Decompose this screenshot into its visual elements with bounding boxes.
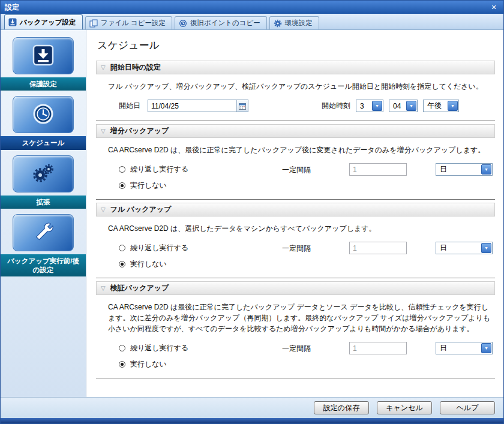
- tab-backup-settings[interactable]: バックアップ設定: [4, 14, 83, 29]
- backup-settings-icon: [8, 18, 17, 26]
- footer-bar: 設定の保存 キャンセル ヘルプ: [1, 397, 503, 418]
- none-radio-option[interactable]: 実行しない: [119, 259, 254, 269]
- repeat-radio-label: 繰り返し実行する: [130, 343, 188, 353]
- chevron-down-icon[interactable]: ▼: [481, 343, 491, 353]
- interval-label: 一定間隔: [282, 242, 349, 254]
- gears-icon: [13, 155, 74, 193]
- tab-label: 復旧ポイントのコピー: [190, 19, 260, 28]
- collapse-icon: ▽: [101, 64, 106, 71]
- page-title: スケジュール: [97, 38, 495, 52]
- radio-selected-icon[interactable]: [119, 361, 125, 368]
- start-date-input[interactable]: [148, 100, 236, 112]
- section-incremental-backup: ▽ 増分バックアップ CA ARCserve D2D は、最後に正常に完了したバ…: [96, 124, 495, 200]
- tab-file-copy-settings[interactable]: ファイル コピー設定: [85, 16, 172, 29]
- radio-selected-icon[interactable]: [119, 182, 125, 189]
- section-description: CA ARCserve D2D は、選択したデータをマシンからすべてバックアップ…: [108, 223, 493, 234]
- hour-select[interactable]: 3 ▼: [356, 100, 383, 112]
- sidebar-label: 保護設定: [1, 77, 86, 91]
- gear-icon: [274, 19, 282, 28]
- repeat-radio-option[interactable]: 繰り返し実行する: [119, 164, 254, 175]
- chevron-down-icon[interactable]: ▼: [481, 164, 491, 175]
- collapse-icon: ▽: [101, 285, 106, 291]
- section-verify-backup: ▽ 検証バックアップ CA ARCserve D2D は最後に正常に完了したバッ…: [96, 281, 495, 378]
- sidebar-label: スケジュール: [1, 136, 86, 149]
- none-radio-label: 実行しない: [130, 181, 167, 191]
- section-title: フル バックアップ: [110, 205, 172, 215]
- cancel-button[interactable]: キャンセル: [377, 401, 432, 414]
- wrench-icon: [13, 214, 74, 251]
- window-bottom-edge: [1, 418, 503, 423]
- main-content: スケジュール ▽ 開始日時の設定 フル バックアップ、増分バックアップ、検証バッ…: [86, 30, 503, 397]
- sidebar-label: バックアップ実行前/後の設定: [1, 254, 86, 276]
- settings-window: 設定 ✕ バックアップ設定 ファイル コピー設定 復旧ポイントのコピー: [0, 0, 504, 424]
- section-title: 増分バックアップ: [110, 126, 169, 136]
- collapse-icon: ▽: [101, 128, 106, 134]
- tab-strip: バックアップ設定 ファイル コピー設定 復旧ポイントのコピー 環境設定: [1, 14, 503, 30]
- sidebar-item-schedule[interactable]: スケジュール: [1, 96, 86, 149]
- none-radio-option[interactable]: 実行しない: [119, 359, 254, 369]
- ampm-select[interactable]: 午後 ▼: [423, 100, 459, 112]
- chevron-down-icon[interactable]: ▼: [481, 243, 491, 253]
- repeat-radio-option[interactable]: 繰り返し実行する: [119, 343, 254, 353]
- start-date-label: 開始日: [119, 101, 140, 111]
- calendar-icon[interactable]: [236, 100, 248, 112]
- save-settings-button[interactable]: 設定の保存: [314, 401, 369, 414]
- chevron-down-icon[interactable]: ▼: [406, 101, 416, 111]
- recovery-point-copy-icon: [179, 19, 187, 28]
- tab-label: ファイル コピー設定: [101, 19, 166, 28]
- radio-selected-icon[interactable]: [119, 261, 125, 267]
- repeat-radio-label: 繰り返し実行する: [130, 243, 188, 253]
- interval-label: 一定間隔: [282, 342, 349, 354]
- chevron-down-icon[interactable]: ▼: [372, 101, 382, 111]
- sidebar-item-pre-post-backup[interactable]: バックアップ実行前/後の設定: [1, 214, 86, 276]
- interval-unit-select[interactable]: 日 ▼: [436, 342, 493, 354]
- section-header-full[interactable]: ▽ フル バックアップ: [96, 203, 495, 216]
- section-header-start-datetime[interactable]: ▽ 開始日時の設定: [96, 61, 495, 74]
- section-title: 開始日時の設定: [110, 62, 161, 73]
- minute-select[interactable]: 04 ▼: [389, 100, 418, 112]
- none-radio-label: 実行しない: [130, 359, 167, 369]
- section-start-datetime: ▽ 開始日時の設定 フル バックアップ、増分バックアップ、検証バックアップのスケ…: [96, 61, 495, 121]
- repeat-radio-option[interactable]: 繰り返し実行する: [119, 243, 254, 253]
- tab-environment-settings[interactable]: 環境設定: [269, 16, 319, 29]
- section-title: 検証バックアップ: [110, 283, 169, 293]
- protection-backup-icon: [13, 37, 74, 74]
- section-full-backup: ▽ フル バックアップ CA ARCserve D2D は、選択したデータをマシ…: [96, 203, 495, 278]
- titlebar: 設定 ✕: [1, 1, 503, 14]
- radio-unselected-icon[interactable]: [119, 245, 125, 251]
- section-description: CA ARCserve D2D は最後に正常に完了したバックアップ データとソー…: [108, 302, 493, 334]
- window-title: 設定: [5, 2, 19, 13]
- clock-icon: [13, 96, 74, 133]
- section-header-incremental[interactable]: ▽ 増分バックアップ: [96, 124, 495, 138]
- none-radio-label: 実行しない: [130, 259, 167, 269]
- file-copy-icon: [89, 19, 98, 28]
- sidebar-label: 拡張: [1, 196, 86, 209]
- none-radio-option[interactable]: 実行しない: [119, 181, 254, 191]
- close-icon[interactable]: ✕: [488, 3, 499, 12]
- section-header-verify[interactable]: ▽ 検証バックアップ: [96, 281, 495, 295]
- interval-input[interactable]: [349, 342, 407, 354]
- section-description: CA ARCserve D2D は、最後に正常に完了したバックアップ後に変更され…: [108, 145, 493, 155]
- tab-recovery-point-copy[interactable]: 復旧ポイントのコピー: [175, 16, 267, 29]
- repeat-radio-label: 繰り返し実行する: [130, 164, 188, 175]
- sidebar: 保護設定 スケジュール 拡張 バックアップ実行前/後の設定: [1, 30, 86, 397]
- section-description: フル バックアップ、増分バックアップ、検証バックアップのスケジュール開始日と開始…: [108, 81, 493, 92]
- chevron-down-icon[interactable]: ▼: [448, 101, 458, 111]
- collapse-icon: ▽: [101, 206, 106, 213]
- radio-unselected-icon[interactable]: [119, 166, 125, 173]
- help-button[interactable]: ヘルプ: [440, 401, 495, 414]
- start-time-label: 開始時刻: [322, 101, 350, 111]
- start-date-field: [148, 100, 248, 112]
- interval-unit-select[interactable]: 日 ▼: [436, 163, 493, 176]
- tab-label: バックアップ設定: [20, 18, 76, 27]
- interval-input[interactable]: [349, 163, 407, 176]
- radio-unselected-icon[interactable]: [119, 345, 125, 351]
- tab-label: 環境設定: [285, 19, 313, 28]
- interval-unit-select[interactable]: 日 ▼: [436, 242, 493, 254]
- interval-input[interactable]: [349, 242, 407, 254]
- interval-label: 一定間隔: [282, 163, 349, 175]
- sidebar-item-advanced[interactable]: 拡張: [1, 155, 86, 209]
- sidebar-item-protection[interactable]: 保護設定: [1, 37, 86, 91]
